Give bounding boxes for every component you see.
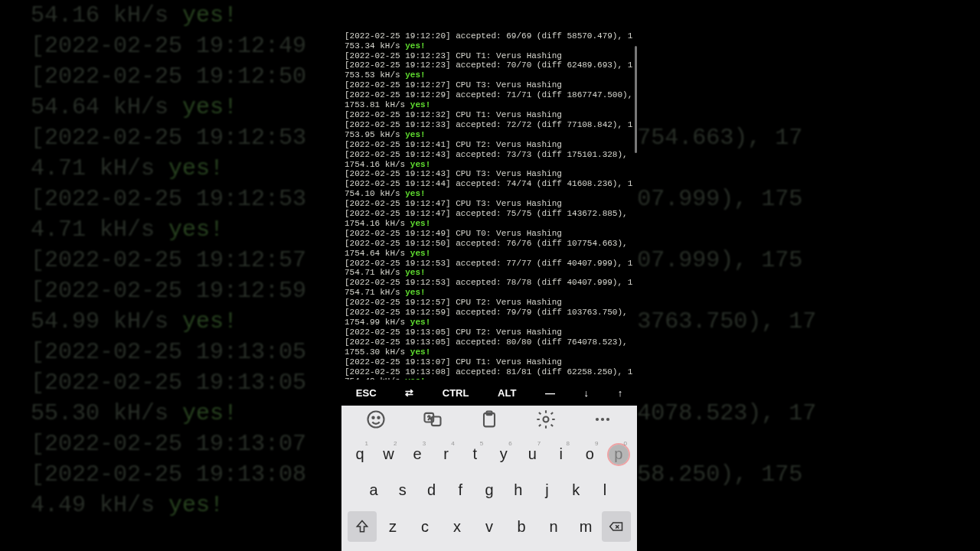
key-z[interactable]: z xyxy=(381,511,405,542)
svg-point-0 xyxy=(368,412,384,428)
key-a[interactable]: a xyxy=(361,475,386,506)
key-c[interactable]: c xyxy=(413,511,437,542)
terminal-line: [2022-02-25 19:12:47] accepted: 75/75 (d… xyxy=(345,209,634,229)
key-v[interactable]: v xyxy=(477,511,501,542)
key-q[interactable]: q1 xyxy=(348,439,372,470)
terminal-line: [2022-02-25 19:12:20] accepted: 69/69 (d… xyxy=(345,31,634,51)
svg-point-1 xyxy=(372,417,374,419)
key-h[interactable]: h xyxy=(506,475,531,506)
terminal-line: [2022-02-25 19:13:05] CPU T2: Verus Hash… xyxy=(345,328,634,337)
key-b[interactable]: b xyxy=(509,511,534,542)
terminal-line: [2022-02-25 19:12:41] CPU T2: Verus Hash… xyxy=(345,140,634,150)
key-j[interactable]: j xyxy=(535,475,560,506)
key-t[interactable]: t5 xyxy=(462,439,487,470)
translate-icon[interactable] xyxy=(422,409,443,430)
ctrl-key[interactable]: CTRL xyxy=(436,384,475,402)
terminal-scrollbar[interactable] xyxy=(635,46,637,153)
soft-keyboard: q1w2e3r4t5y6u7i8o9p0 asdfghjkl zcxvbnm xyxy=(341,406,637,551)
backspace-key[interactable] xyxy=(602,511,631,542)
key-i[interactable]: i8 xyxy=(549,439,573,470)
keyboard-row-3: zcxvbnm xyxy=(346,511,632,542)
terminal-line: [2022-02-25 19:12:49] CPU T0: Verus Hash… xyxy=(345,229,634,239)
terminal-line: [2022-02-25 19:12:23] CPU T1: Verus Hash… xyxy=(345,51,634,61)
key-k[interactable]: k xyxy=(564,475,588,506)
key-f[interactable]: f xyxy=(448,475,472,506)
clipboard-icon[interactable] xyxy=(479,409,500,430)
terminal-line: [2022-02-25 19:12:50] accepted: 76/76 (d… xyxy=(345,239,634,259)
more-icon[interactable] xyxy=(592,409,613,430)
terminal-line: [2022-02-25 19:13:07] CPU T1: Verus Hash… xyxy=(345,357,634,367)
terminal-line: [2022-02-25 19:12:53] accepted: 78/78 (d… xyxy=(345,278,634,298)
svg-point-9 xyxy=(601,418,604,421)
key-y[interactable]: y6 xyxy=(492,439,516,470)
esc-key[interactable]: ESC xyxy=(350,384,383,402)
key-r[interactable]: r4 xyxy=(434,439,459,470)
touch-indicator xyxy=(609,445,629,465)
terminal-line: [2022-02-25 19:12:59] accepted: 79/79 (d… xyxy=(345,308,634,328)
keyboard-row-1: q1w2e3r4t5y6u7i8o9p0 xyxy=(346,439,632,470)
settings-icon[interactable] xyxy=(535,409,557,430)
key-l[interactable]: l xyxy=(593,475,617,506)
emoji-icon[interactable] xyxy=(365,409,387,430)
keyboard-toolbar xyxy=(341,406,637,433)
terminal-line: [2022-02-25 19:12:33] accepted: 72/72 (d… xyxy=(345,120,634,140)
arrow-down-key[interactable]: ↓ xyxy=(578,384,596,402)
terminal-function-row: ESC ⇄ CTRL ALT — ↓ ↑ xyxy=(341,380,637,406)
shift-key[interactable] xyxy=(348,511,377,542)
arrow-up-key[interactable]: ↑ xyxy=(612,384,629,402)
key-w[interactable]: w2 xyxy=(377,439,401,470)
svg-point-8 xyxy=(596,418,599,421)
terminal-line: [2022-02-25 19:12:53] accepted: 77/77 (d… xyxy=(345,259,634,279)
terminal-line: [2022-02-25 19:12:57] CPU T2: Verus Hash… xyxy=(345,298,634,308)
svg-point-7 xyxy=(544,417,549,422)
alt-key[interactable]: ALT xyxy=(492,384,522,402)
terminal-line: [2022-02-25 19:12:44] accepted: 74/74 (d… xyxy=(345,179,634,199)
swap-key[interactable]: ⇄ xyxy=(399,384,420,402)
key-p[interactable]: p0 xyxy=(606,439,631,470)
terminal-output: [2022-02-25 19:12:20] accepted: 69/69 (d… xyxy=(341,0,637,380)
key-d[interactable]: d xyxy=(420,475,444,506)
key-g[interactable]: g xyxy=(477,475,501,506)
keyboard-rows: q1w2e3r4t5y6u7i8o9p0 asdfghjkl zcxvbnm xyxy=(341,433,637,551)
terminal-line: [2022-02-25 19:12:43] accepted: 73/73 (d… xyxy=(345,150,634,170)
key-x[interactable]: x xyxy=(445,511,469,542)
svg-point-10 xyxy=(606,418,609,421)
key-m[interactable]: m xyxy=(573,511,598,542)
terminal-line: [2022-02-25 19:12:29] accepted: 71/71 (d… xyxy=(345,90,634,110)
terminal-line: [2022-02-25 19:13:08] accepted: 81/81 (d… xyxy=(345,367,634,380)
svg-point-2 xyxy=(377,417,379,419)
terminal-line: [2022-02-25 19:13:05] accepted: 80/80 (d… xyxy=(345,337,634,357)
key-n[interactable]: n xyxy=(541,511,566,542)
dash-key[interactable]: — xyxy=(539,384,561,402)
key-s[interactable]: s xyxy=(390,475,415,506)
key-e[interactable]: e3 xyxy=(405,439,430,470)
terminal-line: [2022-02-25 19:12:32] CPU T1: Verus Hash… xyxy=(345,110,634,120)
terminal-line: [2022-02-25 19:12:47] CPU T3: Verus Hash… xyxy=(345,199,634,209)
keyboard-row-2: asdfghjkl xyxy=(346,475,632,506)
key-u[interactable]: u7 xyxy=(520,439,544,470)
terminal-line: [2022-02-25 19:12:43] CPU T3: Verus Hash… xyxy=(345,169,634,179)
key-o[interactable]: o9 xyxy=(577,439,602,470)
foreground-phone-panel: [2022-02-25 19:12:20] accepted: 69/69 (d… xyxy=(341,0,637,551)
terminal-line: [2022-02-25 19:12:23] accepted: 70/70 (d… xyxy=(345,60,634,80)
terminal-line: [2022-02-25 19:12:27] CPU T3: Verus Hash… xyxy=(345,80,634,90)
